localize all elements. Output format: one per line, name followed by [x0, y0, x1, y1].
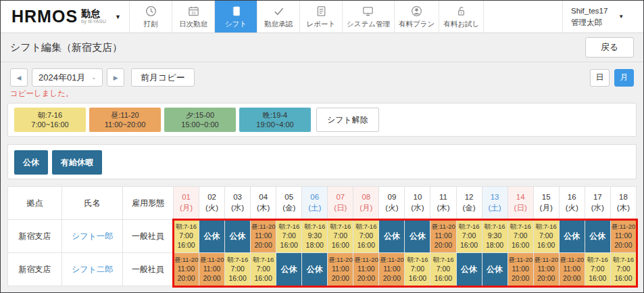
day-column-header: 07(日): [328, 187, 353, 220]
shift-cell[interactable]: 朝:7-167:0016:00: [533, 220, 559, 253]
day-column-header: 06(土): [302, 187, 328, 220]
shift-cell[interactable]: 朝:7-169:3018:00: [482, 220, 507, 253]
employee-name-cell: シフト二郎: [62, 253, 123, 286]
next-month-button[interactable]: ▶: [107, 68, 124, 87]
day-off-cell[interactable]: 公休: [302, 253, 328, 286]
copied-message: コピーしました。: [10, 89, 634, 98]
prev-month-copy-button[interactable]: 前月コピー: [131, 68, 195, 87]
shift-cell[interactable]: 朝:7-169:3018:00: [302, 220, 328, 253]
shift-cell[interactable]: 昼:11-2011:0020:00: [559, 253, 585, 286]
employee-row: 新宿支店シフト一郎一般社員朝:7-167:0016:00公休公休昼:11-201…: [8, 220, 637, 253]
shift-table: 拠点氏名雇用形態01(月)02(火)03(水)04(木)05(金)06(土)07…: [7, 186, 637, 286]
user-id: Shif_tes17: [571, 5, 608, 16]
day-off-cell[interactable]: 公休: [379, 220, 405, 253]
shift-cell[interactable]: 朝:7-167:0016:00: [610, 253, 636, 286]
logo-block: HRMOS 勤怠 by IEYASU ▼: [1, 1, 129, 32]
shift-cell[interactable]: 昼:11-2011:0020:00: [610, 220, 636, 253]
shift-cell[interactable]: 昼:11-2011:0020:00: [251, 220, 276, 253]
top-navbar: HRMOS 勤怠 by IEYASU ▼ 打刻 31 日次勤怠: [1, 1, 643, 33]
shift-cell[interactable]: 昼:11-2011:0020:00: [507, 253, 533, 286]
nav-tab-nikkin[interactable]: 31 日次勤怠: [172, 1, 214, 32]
shift-type-time: 19:00~4:00: [256, 120, 293, 129]
day-off-cell[interactable]: 公休: [482, 253, 507, 286]
shift-type-button[interactable]: 晩:19-419:00~4:00: [239, 108, 311, 132]
prev-month-button[interactable]: ◀: [10, 68, 28, 87]
shift-cell[interactable]: 朝:7-167:0016:00: [353, 220, 379, 253]
month-view-button[interactable]: 月: [614, 69, 634, 87]
day-column-header: 18(木): [610, 187, 636, 220]
day-off-cell[interactable]: 公休: [405, 220, 430, 253]
shift-cell[interactable]: 昼:11-2011:0020:00: [353, 253, 379, 286]
main-nav: 打刻 31 日次勤怠 シフト 勤怠承認: [129, 1, 484, 32]
shift-cell[interactable]: 朝:7-167:0016:00: [507, 220, 533, 253]
nav-tab-label: 勤怠承認: [264, 20, 293, 29]
day-column-header: 16(火): [559, 187, 585, 220]
shift-cell[interactable]: 朝:7-167:0016:00: [405, 253, 430, 286]
column-header: 雇用形態: [123, 187, 174, 220]
shift-type-name: 晩:19-4: [263, 110, 287, 120]
day-off-cell[interactable]: 公休: [559, 220, 585, 253]
shift-type-button[interactable]: 朝:7-167:00~16:00: [14, 108, 86, 132]
logo-suffix: 勤怠: [81, 9, 106, 19]
shift-cell[interactable]: 朝:7-167:0016:00: [225, 253, 251, 286]
shift-clear-button[interactable]: シフト解除: [316, 108, 379, 132]
hrmos-logo: HRMOS 勤怠 by IEYASU: [11, 7, 106, 26]
shift-type-time: 11:00~20:00: [105, 120, 146, 129]
day-off-cell[interactable]: 公休: [199, 220, 225, 253]
shift-cell[interactable]: 朝:7-167:0016:00: [174, 220, 199, 253]
month-selector[interactable]: 2024年01月 ⌄: [32, 68, 103, 87]
nav-tab-dakoku[interactable]: 打刻: [129, 1, 172, 32]
day-column-header: 08(月): [353, 187, 379, 220]
day-column-header: 17(水): [585, 187, 610, 220]
shift-type-name: 昼:11-20: [111, 110, 139, 120]
shift-cell[interactable]: 朝:7-167:0016:00: [430, 253, 456, 286]
title-row: シフト編集（新宿支店） 戻る: [1, 33, 643, 62]
back-button[interactable]: 戻る: [585, 37, 634, 58]
nav-tab-label: 有料プラン: [399, 20, 435, 29]
check-icon: [272, 5, 285, 18]
day-column-header: 13(土): [482, 187, 507, 220]
location-cell: 新宿支店: [8, 253, 62, 286]
leave-button[interactable]: 有給休暇: [52, 150, 102, 175]
shift-cell[interactable]: 朝:7-167:0016:00: [328, 220, 353, 253]
nav-tab-plan[interactable]: 有料プラン: [394, 1, 439, 32]
shift-cell[interactable]: 朝:7-167:0016:00: [456, 220, 482, 253]
nav-tab-approval[interactable]: 勤怠承認: [257, 1, 299, 32]
controls-row: ◀ 2024年01月 ⌄ ▶ 前月コピー 日 月: [10, 68, 634, 87]
month-selector-value: 2024年01月: [39, 72, 85, 84]
employee-row: 新宿支店シフト二郎一般社員昼:11-2011:0020:00昼:11-2011:…: [8, 253, 637, 286]
shift-cell[interactable]: 朝:7-167:0016:00: [276, 220, 302, 253]
day-off-cell[interactable]: 公休: [225, 220, 251, 253]
user-menu[interactable]: Shif_tes17 管理太郎 ▼: [562, 1, 643, 32]
day-column-header: 09(火): [379, 187, 405, 220]
shift-cell[interactable]: 昼:11-2011:0020:00: [533, 253, 559, 286]
shift-type-button[interactable]: 昼:11-2011:00~20:00: [89, 108, 161, 132]
shift-cell[interactable]: 昼:11-2011:0020:00: [430, 220, 456, 253]
shift-cell[interactable]: 昼:11-2011:0020:00: [174, 253, 199, 286]
day-column-header: 04(木): [251, 187, 276, 220]
shift-cell[interactable]: 昼:11-2011:0020:00: [328, 253, 353, 286]
shift-cell[interactable]: 昼:11-2011:0020:00: [379, 253, 405, 286]
table-header-row: 拠点氏名雇用形態01(月)02(火)03(水)04(木)05(金)06(土)07…: [8, 187, 637, 220]
nav-tab-system[interactable]: システム管理: [342, 1, 394, 32]
day-column-header: 02(火): [199, 187, 225, 220]
employee-name-link[interactable]: シフト一郎: [72, 231, 113, 241]
shift-cell[interactable]: 朝:7-167:0016:00: [585, 253, 610, 286]
nav-tab-report[interactable]: レポート: [299, 1, 342, 32]
nav-tab-shift[interactable]: シフト: [214, 1, 257, 32]
day-view-button[interactable]: 日: [590, 69, 610, 87]
shift-cell[interactable]: 昼:11-2011:0020:00: [199, 253, 225, 286]
shift-type-button[interactable]: 夕:15-0015:00~0:00: [164, 108, 236, 132]
user-name: 管理太郎: [571, 17, 608, 28]
day-off-cell[interactable]: 公休: [276, 253, 302, 286]
day-off-cell[interactable]: 公休: [456, 253, 482, 286]
leave-button[interactable]: 公休: [14, 150, 48, 175]
nav-tab-trial[interactable]: 有料お試し: [439, 1, 484, 32]
shift-type-time: 15:00~0:00: [181, 120, 218, 129]
shift-cell[interactable]: 朝:7-167:0016:00: [251, 253, 276, 286]
day-off-cell[interactable]: 公休: [585, 220, 610, 253]
employment-type-cell: 一般社員: [123, 220, 174, 253]
logo-dropdown-caret-icon[interactable]: ▼: [115, 14, 121, 20]
employee-name-link[interactable]: シフト二郎: [72, 265, 113, 274]
day-column-header: 05(金): [276, 187, 302, 220]
